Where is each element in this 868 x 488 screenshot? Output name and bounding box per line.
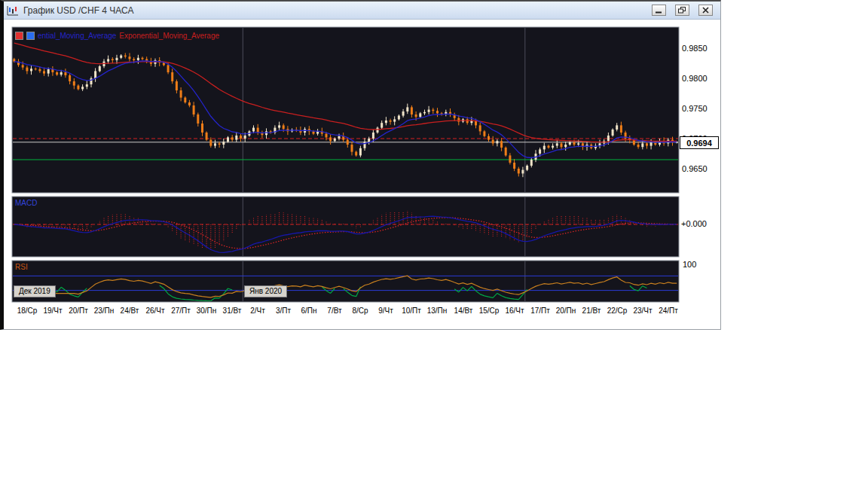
window-title: График USD /CHF 4 ЧАСА <box>23 5 133 16</box>
chart-icon <box>7 5 19 16</box>
close-icon <box>702 7 709 14</box>
desktop: График USD /CHF 4 ЧАСА ential_Moving_Ave… <box>0 0 868 488</box>
restore-button[interactable] <box>675 5 689 16</box>
current-price-box: 0.9694 <box>680 136 719 149</box>
restore-icon <box>678 7 686 14</box>
rsi-panel-label: RSI <box>15 263 28 271</box>
macd-axis-label: +0.000 <box>681 219 707 228</box>
minimize-icon <box>655 7 663 14</box>
close-button[interactable] <box>698 5 713 16</box>
macd-panel-label: MACD <box>15 199 37 207</box>
ema-slow-legend-label: Exponential_Moving_Average <box>119 32 219 40</box>
rsi-axis-label: 100 <box>683 260 696 269</box>
titlebar[interactable]: График USD /CHF 4 ЧАСА <box>4 2 720 20</box>
chart-plot-area[interactable] <box>12 27 679 303</box>
ema-color-chip-blue[interactable] <box>26 32 35 40</box>
ema-fast-legend-label: ential_Moving_Average <box>38 32 116 40</box>
indicator-legend: ential_Moving_Average Exponential_Moving… <box>15 32 219 40</box>
minimize-button[interactable] <box>652 5 666 16</box>
window-buttons <box>652 5 713 16</box>
ema-color-chip-red[interactable] <box>15 32 23 40</box>
